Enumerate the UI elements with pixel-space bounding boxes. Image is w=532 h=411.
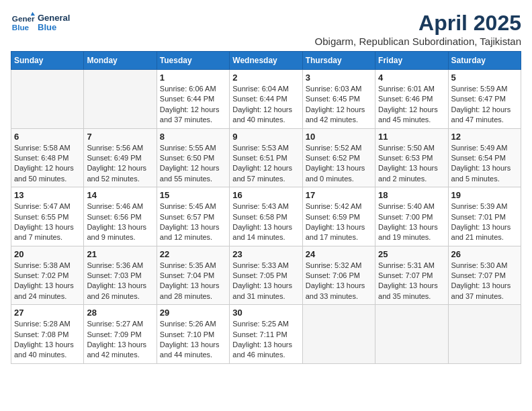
day-info: Sunrise: 5:25 AMSunset: 7:11 PMDaylight:… [232,319,299,361]
day-number: 10 [306,132,372,142]
day-number: 8 [160,132,226,142]
calendar-cell: 6Sunrise: 5:58 AMSunset: 6:48 PMDaylight… [11,128,84,187]
calendar-cell: 15Sunrise: 5:45 AMSunset: 6:57 PMDayligh… [157,187,229,246]
day-number: 28 [87,308,153,318]
calendar-cell: 2Sunrise: 6:04 AMSunset: 6:44 PMDaylight… [230,70,302,129]
day-info: Sunrise: 6:06 AMSunset: 6:44 PMDaylight:… [160,84,226,126]
day-info: Sunrise: 6:01 AMSunset: 6:46 PMDaylight:… [378,84,445,126]
calendar-cell: 21Sunrise: 5:36 AMSunset: 7:03 PMDayligh… [84,246,157,305]
calendar-week-row: 1Sunrise: 6:06 AMSunset: 6:44 PMDaylight… [11,70,521,129]
calendar-week-row: 20Sunrise: 5:38 AMSunset: 7:02 PMDayligh… [11,246,521,305]
calendar-cell: 26Sunrise: 5:30 AMSunset: 7:07 PMDayligh… [448,246,521,305]
day-number: 9 [232,132,299,142]
weekday-header: Sunday [11,52,84,70]
weekday-header: Thursday [302,52,375,70]
day-number: 14 [87,190,153,200]
day-number: 12 [451,132,518,142]
calendar-cell: 1Sunrise: 6:06 AMSunset: 6:44 PMDaylight… [157,70,229,129]
day-number: 25 [378,249,445,259]
day-number: 23 [232,249,299,259]
day-info: Sunrise: 6:04 AMSunset: 6:44 PMDaylight:… [232,84,299,126]
day-number: 18 [378,190,445,200]
day-info: Sunrise: 5:42 AMSunset: 6:59 PMDaylight:… [306,201,372,243]
day-number: 13 [14,190,81,200]
calendar-cell [375,305,448,364]
day-info: Sunrise: 5:33 AMSunset: 7:05 PMDaylight:… [232,261,299,302]
calendar-week-row: 27Sunrise: 5:28 AMSunset: 7:08 PMDayligh… [11,305,521,364]
day-info: Sunrise: 5:45 AMSunset: 6:57 PMDaylight:… [160,201,226,243]
calendar-cell: 27Sunrise: 5:28 AMSunset: 7:08 PMDayligh… [11,305,84,364]
calendar-cell: 4Sunrise: 6:01 AMSunset: 6:46 PMDaylight… [375,70,448,129]
calendar-cell: 23Sunrise: 5:33 AMSunset: 7:05 PMDayligh… [230,246,302,305]
day-number: 19 [451,190,518,200]
day-number: 16 [232,190,299,200]
calendar-week-row: 13Sunrise: 5:47 AMSunset: 6:55 PMDayligh… [11,187,521,246]
calendar-cell: 25Sunrise: 5:31 AMSunset: 7:07 PMDayligh… [375,246,448,305]
day-info: Sunrise: 5:39 AMSunset: 7:01 PMDaylight:… [451,201,518,243]
calendar-cell: 14Sunrise: 5:46 AMSunset: 6:56 PMDayligh… [84,187,157,246]
weekday-header: Monday [84,52,157,70]
logo-icon: General Blue [11,11,35,35]
calendar-cell: 20Sunrise: 5:38 AMSunset: 7:02 PMDayligh… [11,246,84,305]
calendar-cell: 17Sunrise: 5:42 AMSunset: 6:59 PMDayligh… [302,187,375,246]
calendar-cell: 8Sunrise: 5:55 AMSunset: 6:50 PMDaylight… [157,128,229,187]
calendar-cell: 7Sunrise: 5:56 AMSunset: 6:49 PMDaylight… [84,128,157,187]
svg-text:Blue: Blue [12,23,30,32]
calendar-cell: 13Sunrise: 5:47 AMSunset: 6:55 PMDayligh… [11,187,84,246]
day-info: Sunrise: 5:49 AMSunset: 6:54 PMDaylight:… [451,143,518,185]
day-number: 24 [306,249,372,259]
day-info: Sunrise: 5:58 AMSunset: 6:48 PMDaylight:… [14,143,81,185]
calendar-cell: 3Sunrise: 6:03 AMSunset: 6:45 PMDaylight… [302,70,375,129]
day-info: Sunrise: 5:30 AMSunset: 7:07 PMDaylight:… [451,261,518,302]
calendar-cell [448,305,521,364]
day-number: 4 [378,73,445,83]
weekday-header: Wednesday [230,52,302,70]
weekday-header-row: SundayMondayTuesdayWednesdayThursdayFrid… [11,52,521,70]
day-number: 1 [160,73,226,83]
title-block: April 2025 Obigarm, Republican Subordina… [315,11,521,47]
weekday-header: Friday [375,52,448,70]
calendar-cell: 30Sunrise: 5:25 AMSunset: 7:11 PMDayligh… [230,305,302,364]
day-number: 3 [306,73,372,83]
calendar-cell: 29Sunrise: 5:26 AMSunset: 7:10 PMDayligh… [157,305,229,364]
logo-blue: Blue [38,23,70,32]
calendar-cell [84,70,157,129]
day-number: 11 [378,132,445,142]
day-info: Sunrise: 5:46 AMSunset: 6:56 PMDaylight:… [87,201,153,243]
day-info: Sunrise: 5:50 AMSunset: 6:53 PMDaylight:… [378,143,445,185]
day-info: Sunrise: 5:53 AMSunset: 6:51 PMDaylight:… [232,143,299,185]
day-info: Sunrise: 5:55 AMSunset: 6:50 PMDaylight:… [160,143,226,185]
calendar-table: SundayMondayTuesdayWednesdayThursdayFrid… [11,51,521,364]
page-header: General Blue General Blue April 2025 Obi… [11,11,521,47]
day-number: 20 [14,249,81,259]
day-info: Sunrise: 6:03 AMSunset: 6:45 PMDaylight:… [306,84,372,126]
day-info: Sunrise: 5:59 AMSunset: 6:47 PMDaylight:… [451,84,518,126]
calendar-cell: 28Sunrise: 5:27 AMSunset: 7:09 PMDayligh… [84,305,157,364]
day-number: 27 [14,308,81,318]
day-info: Sunrise: 5:38 AMSunset: 7:02 PMDaylight:… [14,261,81,302]
day-info: Sunrise: 5:28 AMSunset: 7:08 PMDaylight:… [14,319,81,361]
calendar-week-row: 6Sunrise: 5:58 AMSunset: 6:48 PMDaylight… [11,128,521,187]
calendar-cell: 18Sunrise: 5:40 AMSunset: 7:00 PMDayligh… [375,187,448,246]
day-number: 26 [451,249,518,259]
calendar-cell: 10Sunrise: 5:52 AMSunset: 6:52 PMDayligh… [302,128,375,187]
day-info: Sunrise: 5:35 AMSunset: 7:04 PMDaylight:… [160,261,226,302]
day-info: Sunrise: 5:47 AMSunset: 6:55 PMDaylight:… [14,201,81,243]
day-number: 17 [306,190,372,200]
day-number: 5 [451,73,518,83]
day-info: Sunrise: 5:32 AMSunset: 7:06 PMDaylight:… [306,261,372,302]
location-title: Obigarm, Republican Subordination, Tajik… [315,36,521,47]
day-info: Sunrise: 5:31 AMSunset: 7:07 PMDaylight:… [378,261,445,302]
logo-general: General [38,13,70,23]
weekday-header: Saturday [448,52,521,70]
day-number: 30 [232,308,299,318]
day-info: Sunrise: 5:36 AMSunset: 7:03 PMDaylight:… [87,261,153,302]
calendar-cell [11,70,84,129]
day-info: Sunrise: 5:56 AMSunset: 6:49 PMDaylight:… [87,143,153,185]
day-info: Sunrise: 5:52 AMSunset: 6:52 PMDaylight:… [306,143,372,185]
calendar-cell: 19Sunrise: 5:39 AMSunset: 7:01 PMDayligh… [448,187,521,246]
day-info: Sunrise: 5:40 AMSunset: 7:00 PMDaylight:… [378,201,445,243]
day-number: 22 [160,249,226,259]
calendar-cell: 5Sunrise: 5:59 AMSunset: 6:47 PMDaylight… [448,70,521,129]
day-number: 6 [14,132,81,142]
